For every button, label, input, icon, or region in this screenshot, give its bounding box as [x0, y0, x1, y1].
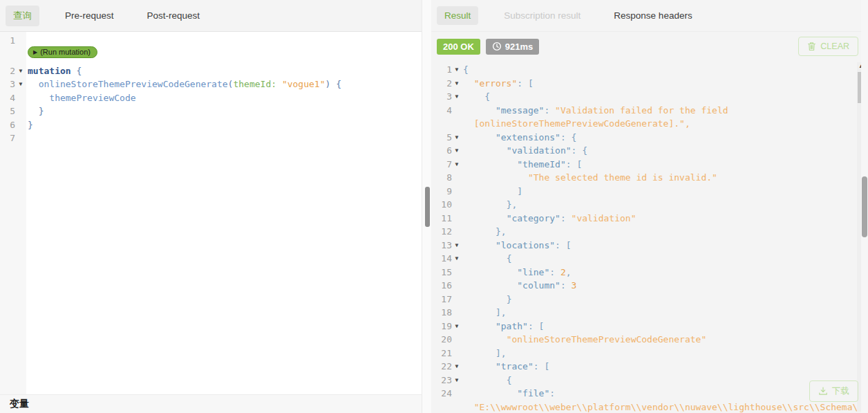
right-tabbar: Result Subscription result Response head… — [431, 0, 868, 32]
line-number: 9 — [431, 185, 452, 199]
code-line: 22▼ "trace": [ — [431, 360, 868, 374]
line-number: 11 — [431, 212, 452, 226]
page-scrollbar-thumb[interactable] — [862, 176, 867, 237]
line-number: 3 — [0, 77, 15, 91]
code-text: } — [462, 293, 511, 306]
fold-arrow-icon[interactable]: ▼ — [452, 239, 462, 253]
code-line: 17 } — [431, 293, 868, 306]
line-number: 6 — [431, 144, 452, 158]
code-text: "validation": { — [462, 144, 587, 158]
tab-response-headers[interactable]: Response headers — [606, 6, 699, 25]
page-scrollbar[interactable] — [861, 0, 868, 413]
fold-arrow-icon[interactable]: ▼ — [15, 64, 26, 78]
clear-button[interactable]: CLEAR — [798, 37, 858, 56]
line-number: 2 — [0, 64, 15, 78]
tab-result[interactable]: Result — [437, 6, 478, 25]
line-number: 12 — [431, 225, 452, 239]
code-line: 23▼ { — [431, 374, 868, 387]
fold-arrow-icon[interactable]: ▼ — [452, 374, 462, 387]
fold-arrow-icon[interactable]: ▼ — [452, 63, 462, 77]
code-line: 19▼ "path": [ — [431, 320, 868, 333]
run-mutation-label: (Run mutation) — [40, 48, 91, 56]
code-line: 3▼ onlineStoreThemePreviewCodeGenerate(t… — [0, 77, 422, 91]
fold-spacer — [452, 266, 462, 279]
variables-section-header[interactable]: 变量 — [0, 394, 422, 413]
code-text: "locations": [ — [462, 239, 572, 253]
fold-spacer — [452, 198, 462, 212]
code-line: 21 ], — [431, 347, 868, 360]
result-pane: Result Subscription result Response head… — [431, 0, 868, 413]
code-line: 6▼ "validation": { — [431, 144, 868, 158]
trash-icon — [807, 42, 816, 51]
query-editor[interactable]: 12▼mutation {3▼ onlineStoreThemePreviewC… — [0, 32, 422, 394]
code-line: [onlineStoreThemePreviewCodeGenerate].", — [431, 117, 868, 131]
code-line: 14▼ { — [431, 252, 868, 266]
divider-scrollbar-thumb[interactable] — [425, 187, 430, 227]
fold-spacer — [15, 34, 26, 48]
code-text: "themeId": [ — [462, 158, 582, 172]
fold-spacer — [452, 387, 462, 401]
fold-arrow-icon[interactable]: ▼ — [452, 320, 462, 333]
code-line: 5▼ "extensions": { — [431, 131, 868, 145]
tab-pre-request[interactable]: Pre-request — [57, 6, 122, 25]
fold-spacer — [452, 185, 462, 199]
code-text: "extensions": { — [462, 131, 576, 145]
code-text: { — [462, 90, 490, 104]
code-line: 9 ] — [431, 185, 868, 199]
code-line: 6} — [0, 118, 422, 132]
code-text: [onlineStoreThemePreviewCodeGenerate].", — [462, 117, 690, 131]
code-text: }, — [462, 198, 517, 212]
fold-arrow-icon[interactable]: ▼ — [452, 131, 462, 145]
fold-arrow-icon[interactable]: ▼ — [15, 77, 26, 91]
code-text: } — [26, 118, 33, 132]
fold-arrow-icon[interactable]: ▼ — [452, 158, 462, 172]
line-number — [431, 117, 452, 131]
line-number: 1 — [431, 63, 452, 77]
code-line: 7▼ "themeId": [ — [431, 158, 868, 172]
tab-subscription-result[interactable]: Subscription result — [496, 6, 588, 25]
code-text: "file": — [462, 387, 555, 401]
fold-arrow-icon[interactable]: ▼ — [452, 252, 462, 266]
tab-query[interactable]: 查询 — [6, 6, 39, 26]
line-number: 22 — [431, 360, 452, 374]
fold-spacer — [15, 131, 26, 145]
result-view: 1▼{2▼ "errors": [3▼ {4 "message": "Valid… — [431, 61, 868, 413]
fold-spacer — [452, 104, 462, 118]
code-line: 12 }, — [431, 225, 868, 239]
code-text: "The selected theme id is invalid." — [462, 171, 717, 185]
line-number: 24 — [431, 387, 452, 401]
result-json-lines[interactable]: 1▼{2▼ "errors": [3▼ {4 "message": "Valid… — [431, 61, 868, 413]
code-line: 2▼mutation { — [0, 64, 422, 78]
fold-spacer — [452, 347, 462, 360]
download-button[interactable]: 下载 — [809, 380, 858, 402]
code-text — [26, 131, 28, 145]
fold-arrow-icon[interactable]: ▼ — [452, 360, 462, 374]
fold-arrow-icon[interactable]: ▼ — [452, 144, 462, 158]
line-number: 14 — [431, 252, 452, 266]
line-number: 2 — [431, 77, 452, 91]
line-number: 4 — [0, 91, 15, 105]
fold-spacer — [452, 225, 462, 239]
code-line: "E:\\wwwroot\\weber\\platform\\vendor\\n… — [431, 401, 868, 413]
code-line: 1 — [0, 34, 422, 48]
fold-spacer — [15, 104, 26, 118]
code-text: { — [462, 374, 511, 387]
run-mutation-button[interactable]: ▶ (Run mutation) — [28, 46, 97, 58]
code-line: 7 — [0, 131, 422, 145]
code-text: "message": "Validation failed for the fi… — [462, 104, 728, 118]
code-text: ] — [462, 185, 522, 199]
line-number: 16 — [431, 279, 452, 293]
code-line: 20 "onlineStoreThemePreviewCodeGenerate" — [431, 333, 868, 347]
left-tabbar: 查询 Pre-request Post-request — [0, 0, 422, 32]
tab-post-request[interactable]: Post-request — [140, 6, 208, 25]
code-line: 5 } — [0, 104, 422, 118]
line-number: 17 — [431, 293, 452, 306]
fold-arrow-icon[interactable]: ▼ — [452, 90, 462, 104]
code-line: 18 ], — [431, 306, 868, 320]
fold-spacer — [452, 212, 462, 226]
line-number: 23 — [431, 374, 452, 387]
line-number: 19 — [431, 320, 452, 333]
code-text: themePreviewCode — [26, 91, 136, 105]
code-text: "column": 3 — [462, 279, 576, 293]
fold-arrow-icon[interactable]: ▼ — [452, 77, 462, 91]
